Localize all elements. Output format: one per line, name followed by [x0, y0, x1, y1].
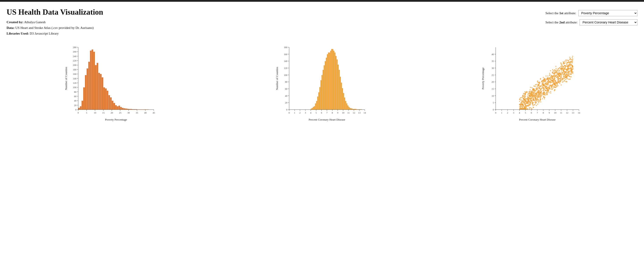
- svg-point-1036: [523, 93, 524, 94]
- svg-point-1299: [548, 90, 549, 91]
- svg-point-293: [532, 97, 533, 98]
- svg-text:60: 60: [285, 87, 288, 90]
- svg-text:13: 13: [358, 111, 361, 114]
- svg-point-901: [563, 66, 564, 67]
- svg-point-1256: [533, 102, 534, 103]
- svg-point-1381: [541, 91, 542, 92]
- svg-point-926: [536, 96, 537, 97]
- svg-point-767: [535, 84, 536, 85]
- svg-point-1159: [534, 91, 535, 92]
- svg-point-1358: [548, 80, 549, 81]
- svg-text:11: 11: [560, 111, 562, 114]
- chart2-container: 0123456789101112131402040608010012014016…: [218, 43, 426, 122]
- svg-point-989: [550, 82, 551, 83]
- svg-point-1285: [556, 70, 558, 71]
- svg-point-1138: [538, 96, 540, 97]
- svg-rect-25: [120, 107, 122, 109]
- svg-point-1307: [533, 93, 534, 94]
- svg-point-1280: [526, 92, 528, 93]
- svg-point-1343: [523, 108, 524, 109]
- svg-point-686: [564, 61, 565, 62]
- svg-rect-7: [90, 50, 91, 110]
- svg-point-1287: [554, 84, 555, 86]
- svg-point-939: [537, 95, 538, 96]
- svg-rect-14: [102, 77, 103, 110]
- svg-point-1268: [537, 93, 538, 94]
- svg-point-1211: [533, 88, 534, 89]
- svg-point-692: [520, 102, 522, 103]
- svg-text:200: 200: [73, 64, 76, 66]
- svg-point-1073: [526, 108, 526, 109]
- svg-point-1143: [560, 76, 561, 77]
- svg-text:7: 7: [537, 111, 538, 114]
- svg-rect-108: [324, 65, 325, 110]
- svg-point-1137: [549, 75, 550, 76]
- svg-point-467: [524, 96, 525, 97]
- svg-point-406: [532, 87, 532, 88]
- svg-point-751: [541, 96, 542, 97]
- svg-rect-1: [80, 106, 81, 109]
- svg-point-1345: [564, 68, 565, 70]
- svg-point-1309: [560, 68, 562, 70]
- svg-point-1260: [559, 73, 560, 74]
- svg-text:35: 35: [492, 60, 494, 62]
- svg-rect-24: [118, 105, 120, 109]
- attr2-select[interactable]: Poverty Percentage Percent Coronary Hear…: [580, 19, 638, 25]
- svg-text:5: 5: [525, 111, 526, 114]
- svg-rect-113: [329, 52, 330, 109]
- svg-point-250: [530, 89, 531, 90]
- svg-text:35: 35: [136, 111, 138, 114]
- chart2-svg: 0123456789101112131402040608010012014016…: [275, 43, 369, 122]
- svg-text:120: 120: [73, 81, 76, 84]
- attr1-select[interactable]: Poverty Percentage Percent Coronary Hear…: [578, 10, 638, 16]
- svg-point-253: [556, 66, 556, 67]
- svg-point-1338: [566, 71, 568, 72]
- svg-point-1106: [570, 65, 570, 66]
- svg-point-921: [551, 78, 552, 79]
- svg-point-1276: [533, 98, 534, 99]
- svg-point-601: [530, 99, 532, 100]
- svg-point-1306: [546, 78, 547, 80]
- svg-point-1129: [572, 69, 573, 70]
- svg-point-1390: [527, 97, 528, 98]
- svg-text:Percent Coronary Heart Disease: Percent Coronary Heart Disease: [519, 118, 556, 121]
- svg-rect-18: [108, 95, 110, 109]
- svg-point-1261: [551, 86, 552, 87]
- svg-text:2: 2: [300, 111, 301, 114]
- svg-point-964: [570, 59, 572, 60]
- svg-point-963: [572, 65, 573, 66]
- svg-rect-102: [317, 96, 318, 109]
- svg-point-1019: [568, 75, 569, 76]
- svg-point-1228: [557, 83, 558, 84]
- svg-point-1154: [570, 70, 571, 71]
- svg-point-775: [568, 62, 570, 63]
- svg-text:5: 5: [316, 111, 317, 114]
- svg-point-806: [542, 83, 543, 84]
- svg-point-1141: [560, 79, 561, 80]
- svg-point-1284: [544, 85, 545, 86]
- svg-rect-26: [122, 108, 123, 109]
- svg-point-1366: [524, 106, 525, 107]
- svg-text:80: 80: [74, 90, 77, 93]
- svg-point-1168: [528, 99, 530, 100]
- svg-rect-11: [96, 63, 98, 110]
- svg-point-1298: [565, 74, 566, 75]
- svg-text:160: 160: [73, 73, 76, 75]
- svg-text:10: 10: [492, 94, 494, 97]
- svg-point-622: [528, 93, 529, 94]
- svg-point-1384: [549, 78, 550, 79]
- svg-text:14: 14: [364, 111, 366, 114]
- svg-rect-22: [115, 105, 116, 109]
- svg-point-1094: [546, 80, 546, 81]
- svg-point-571: [562, 79, 562, 80]
- svg-text:60: 60: [74, 95, 77, 97]
- svg-point-1277: [540, 94, 542, 96]
- svg-point-1192: [528, 103, 530, 104]
- svg-point-1322: [524, 107, 525, 108]
- svg-point-1303: [558, 73, 559, 75]
- svg-point-1114: [530, 107, 531, 108]
- svg-text:1: 1: [501, 111, 502, 114]
- svg-point-1142: [530, 104, 531, 105]
- svg-point-958: [536, 87, 537, 88]
- svg-point-732: [520, 99, 521, 100]
